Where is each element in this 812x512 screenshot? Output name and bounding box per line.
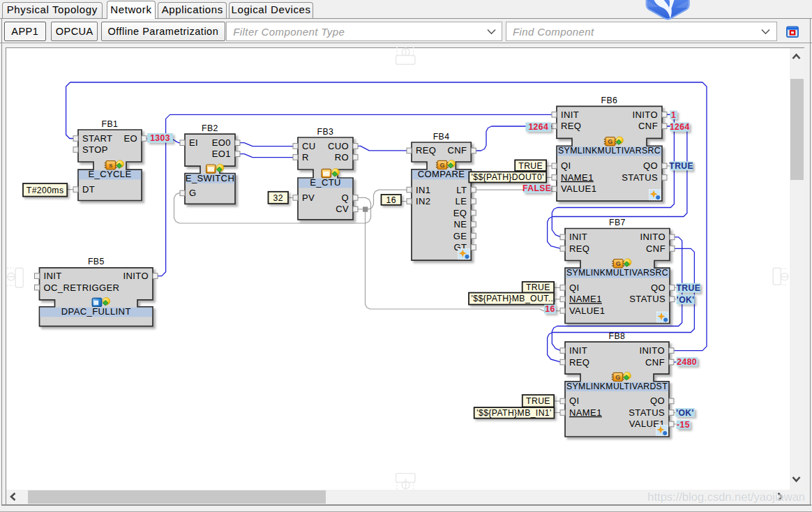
svg-text:INIT: INIT	[561, 110, 579, 120]
svg-text:COMPARE: COMPARE	[418, 169, 465, 179]
svg-text:E_SWITCH: E_SWITCH	[186, 173, 234, 183]
svg-text:FB4: FB4	[433, 132, 450, 142]
svg-text:INITO: INITO	[640, 232, 666, 242]
svg-text:VALUE1: VALUE1	[561, 183, 596, 194]
svg-text:16: 16	[386, 195, 396, 205]
svg-text:1264: 1264	[670, 122, 690, 132]
svg-text:QO: QO	[651, 283, 666, 293]
svg-text:'$${PATH}DOUT0': '$${PATH}DOUT0'	[472, 172, 544, 182]
svg-text:EI: EI	[189, 137, 198, 148]
svg-text:G: G	[616, 260, 621, 267]
svg-text:2480: 2480	[677, 357, 697, 367]
svg-text:SYMLINKMULTIVARSRC: SYMLINKMULTIVARSRC	[558, 145, 661, 156]
svg-text:NAME1: NAME1	[569, 294, 602, 304]
svg-text:32: 32	[273, 193, 283, 203]
svg-text:EO1: EO1	[212, 149, 231, 159]
svg-text:PV: PV	[302, 193, 315, 203]
svg-text:EO0: EO0	[212, 137, 231, 148]
svg-text:QI: QI	[569, 396, 580, 406]
svg-text:LE: LE	[456, 196, 467, 206]
svg-text:IN1: IN1	[416, 185, 430, 195]
svg-text:STATUS: STATUS	[629, 407, 665, 418]
svg-text:INITO: INITO	[633, 110, 658, 120]
svg-text:DT: DT	[82, 184, 95, 195]
svg-text:FB7: FB7	[609, 218, 626, 227]
svg-text:DPAC_FULLINT: DPAC_FULLINT	[61, 306, 131, 317]
svg-text:FB1: FB1	[102, 119, 119, 129]
svg-text:QO: QO	[643, 160, 658, 171]
svg-text:FB6: FB6	[601, 96, 618, 105]
svg-text:REQ: REQ	[561, 121, 581, 131]
svg-text:CV: CV	[336, 204, 349, 214]
svg-text:STOP: STOP	[82, 144, 108, 155]
svg-text:FB2: FB2	[202, 123, 218, 133]
svg-text:TRUE: TRUE	[676, 283, 700, 293]
svg-text:INIT: INIT	[569, 232, 587, 242]
svg-text:'OK': 'OK'	[676, 408, 694, 418]
svg-text:-15: -15	[677, 420, 690, 430]
svg-text:NAME1: NAME1	[569, 407, 602, 418]
svg-text:s: s	[109, 162, 112, 169]
svg-text:1: 1	[671, 110, 676, 120]
svg-text:SYMLINKMULTIVARSRC: SYMLINKMULTIVARSRC	[566, 267, 668, 278]
svg-text:'$${PATH}MB_OUT...: '$${PATH}MB_OUT...	[472, 294, 557, 303]
svg-text:CU: CU	[302, 141, 316, 151]
svg-text:NE: NE	[453, 219, 467, 229]
svg-text:GE: GE	[453, 231, 467, 241]
svg-text:16: 16	[545, 304, 555, 314]
svg-text:IN2: IN2	[416, 196, 430, 206]
svg-text:OC_RETRIGGER: OC_RETRIGGER	[44, 283, 120, 293]
svg-text:E_CTU: E_CTU	[310, 177, 341, 188]
svg-text:Q: Q	[341, 193, 349, 203]
svg-text:T#200ms: T#200ms	[27, 186, 64, 195]
svg-text:LT: LT	[456, 185, 467, 195]
svg-text:G: G	[608, 138, 612, 145]
svg-text:QI: QI	[569, 283, 580, 293]
svg-text:INITO: INITO	[640, 345, 665, 356]
svg-text:RO: RO	[335, 152, 349, 163]
svg-text:G: G	[189, 188, 197, 198]
svg-text:QI: QI	[561, 160, 571, 171]
svg-text:G: G	[439, 162, 444, 169]
svg-text:TRUE: TRUE	[518, 161, 543, 171]
svg-text:'OK': 'OK'	[677, 295, 695, 305]
svg-text:INIT: INIT	[569, 345, 587, 356]
svg-text:INIT: INIT	[44, 271, 62, 281]
svg-text:FB3: FB3	[317, 127, 334, 137]
svg-text:START: START	[82, 133, 112, 144]
svg-text:REQ: REQ	[416, 145, 436, 156]
svg-text:FB8: FB8	[609, 331, 626, 341]
svg-text:REQ: REQ	[569, 243, 589, 254]
svg-text:NAME1: NAME1	[561, 172, 594, 183]
svg-text:EO: EO	[123, 133, 137, 144]
svg-text:CNF: CNF	[645, 357, 665, 368]
svg-text:1303: 1303	[150, 133, 170, 143]
svg-text:E_CYCLE: E_CYCLE	[88, 169, 131, 179]
svg-text:G: G	[615, 374, 620, 381]
svg-text:VALUE1: VALUE1	[569, 306, 605, 316]
svg-text:REQ: REQ	[569, 357, 589, 368]
svg-text:STATUS: STATUS	[629, 294, 666, 304]
svg-text:QO: QO	[650, 396, 665, 406]
svg-text:CNF: CNF	[646, 243, 666, 254]
svg-text:1264: 1264	[528, 122, 548, 132]
svg-text:SYMLINKMULTIVARDST: SYMLINKMULTIVARDST	[566, 381, 668, 391]
svg-text:FALSE: FALSE	[522, 183, 551, 193]
svg-text:'$${PATH}MB_IN1': '$${PATH}MB_IN1'	[476, 408, 551, 418]
svg-text:INITO: INITO	[123, 271, 149, 281]
svg-text:TRUE: TRUE	[669, 161, 693, 171]
svg-text:CNF: CNF	[638, 121, 658, 131]
svg-text:CNF: CNF	[447, 145, 467, 156]
svg-text:STATUS: STATUS	[622, 172, 658, 183]
svg-text:CUO: CUO	[328, 141, 349, 151]
svg-text:FB5: FB5	[88, 257, 105, 266]
svg-text:EQ: EQ	[453, 208, 467, 218]
svg-text:R: R	[302, 152, 309, 163]
svg-text:TRUE: TRUE	[526, 396, 550, 406]
svg-text:TRUE: TRUE	[526, 283, 550, 292]
